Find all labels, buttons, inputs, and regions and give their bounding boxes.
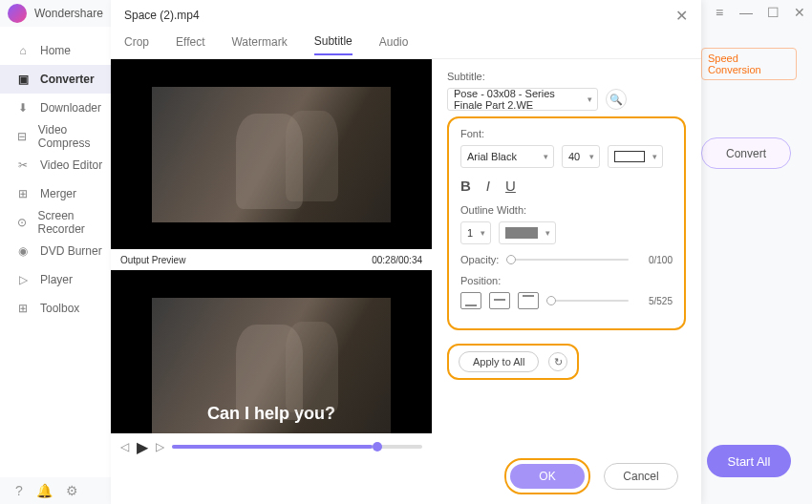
sidebar: ⌂Home ▣Converter ⬇Downloader ⊟Video Comp… <box>0 27 111 477</box>
outline-color-select[interactable] <box>499 221 556 244</box>
position-bottom-icon[interactable] <box>460 292 481 309</box>
subtitle-sample-text: Can I help you? <box>152 404 391 424</box>
dialog-tabs: Crop Effect Watermark Subtitle Audio <box>111 31 701 59</box>
player-controls: ◁ ▶ ▷ <box>111 433 432 460</box>
editor-icon: ✂ <box>15 158 31 173</box>
outline-width-select[interactable]: 1 <box>460 221 491 244</box>
outline-label: Outline Width: <box>460 204 673 216</box>
sidebar-item-label: Toolbox <box>40 302 79 315</box>
apply-all-highlight: Apply to All ↻ <box>447 344 579 380</box>
main-right-panel: Speed Conversion Convert <box>701 48 797 169</box>
position-label: Position: <box>460 275 673 286</box>
sidebar-item-merger[interactable]: ⊞Merger <box>0 179 111 208</box>
dialog-titlebar: Space (2).mp4 ✕ <box>111 0 701 31</box>
compress-icon: ⊟ <box>15 129 29 144</box>
italic-button[interactable]: I <box>486 178 490 195</box>
toolbox-icon: ⊞ <box>15 301 31 316</box>
help-icon[interactable]: ? <box>15 483 23 498</box>
preview-label: Output Preview <box>120 255 185 265</box>
convert-button[interactable]: Convert <box>701 137 791 169</box>
ok-button[interactable]: OK <box>510 464 585 489</box>
dialog-buttons: OK Cancel <box>504 458 678 494</box>
sidebar-item-label: Home <box>40 44 71 57</box>
brand-text: Wondershare <box>34 7 103 20</box>
preview-original <box>111 59 432 249</box>
sidebar-item-recorder[interactable]: ⊙Screen Recorder <box>0 208 111 237</box>
position-top-icon[interactable] <box>518 292 539 309</box>
record-icon: ⊙ <box>15 215 29 230</box>
subtitle-select[interactable]: Pose - 03x08 - Series Finale Part 2.WE <box>447 88 598 111</box>
font-size-value: 40 <box>568 151 580 162</box>
progress-thumb[interactable] <box>373 442 382 452</box>
opacity-slider-thumb[interactable] <box>506 255 516 264</box>
font-settings-highlight: Font: Arial Black 40 B I U Outline Width… <box>447 116 686 330</box>
bold-button[interactable]: B <box>460 178 471 195</box>
position-slider[interactable] <box>546 300 629 302</box>
cancel-button[interactable]: Cancel <box>604 463 678 490</box>
tab-subtitle[interactable]: Subtitle <box>314 34 353 55</box>
apply-all-button[interactable]: Apply to All <box>459 351 539 372</box>
font-color-select[interactable] <box>608 145 663 168</box>
sidebar-item-dvd[interactable]: ◉DVD Burner <box>0 237 111 265</box>
progress-bar[interactable] <box>172 445 422 449</box>
tab-effect[interactable]: Effect <box>176 35 204 54</box>
font-family-select[interactable]: Arial Black <box>460 145 554 168</box>
opacity-slider[interactable] <box>506 259 629 261</box>
tab-crop[interactable]: Crop <box>124 35 149 54</box>
sidebar-item-downloader[interactable]: ⬇Downloader <box>0 94 111 122</box>
reset-icon[interactable]: ↻ <box>548 352 567 371</box>
gear-icon[interactable]: ⚙ <box>66 483 78 498</box>
font-style-buttons: B I U <box>460 178 673 195</box>
sidebar-item-toolbox[interactable]: ⊞Toolbox <box>0 294 111 323</box>
font-label: Font: <box>460 128 673 139</box>
sidebar-item-label: Converter <box>40 73 95 86</box>
sidebar-item-home[interactable]: ⌂Home <box>0 36 111 65</box>
tab-watermark[interactable]: Watermark <box>231 35 287 54</box>
settings-panel: Subtitle: Pose - 03x08 - Series Finale P… <box>432 59 701 460</box>
tab-audio[interactable]: Audio <box>379 35 409 54</box>
underline-button[interactable]: U <box>505 178 516 195</box>
maximize-icon[interactable]: ☐ <box>766 6 780 19</box>
outline-width-value: 1 <box>467 227 473 239</box>
sidebar-item-label: Downloader <box>40 101 101 115</box>
minimize-icon[interactable]: — <box>739 6 753 19</box>
app-logo <box>8 4 27 23</box>
convert-icon: ▣ <box>15 72 31 87</box>
dialog-close-icon[interactable]: ✕ <box>675 7 688 25</box>
preview-output: Can I help you? <box>111 270 432 460</box>
subtitle-search-icon[interactable]: 🔍 <box>606 89 627 110</box>
dialog-content: Output Preview 00:28/00:34 Can I help yo… <box>111 59 701 460</box>
download-icon: ⬇ <box>15 100 31 116</box>
position-presets <box>460 292 539 309</box>
menu-icon[interactable]: ≡ <box>713 6 726 19</box>
sidebar-item-label: Video Compress <box>38 123 111 150</box>
font-color-swatch <box>614 151 645 162</box>
merger-icon: ⊞ <box>15 186 31 201</box>
progress-fill <box>172 445 373 449</box>
preview-time: 00:28/00:34 <box>372 255 422 265</box>
next-frame-icon[interactable]: ▷ <box>156 440 164 453</box>
play-button-icon[interactable]: ▶ <box>137 438 148 456</box>
sidebar-item-label: Screen Recorder <box>38 209 112 236</box>
video-thumbnail-output: Can I help you? <box>152 298 391 433</box>
ok-highlight: OK <box>504 458 590 494</box>
sidebar-item-label: Player <box>40 273 73 286</box>
position-slider-thumb[interactable] <box>546 296 556 305</box>
subtitle-label: Subtitle: <box>447 71 686 82</box>
bottom-icons: ? 🔔 ⚙ <box>0 477 111 504</box>
prev-frame-icon[interactable]: ◁ <box>120 440 129 453</box>
position-middle-icon[interactable] <box>489 292 510 309</box>
sidebar-item-compress[interactable]: ⊟Video Compress <box>0 122 111 151</box>
speed-conversion-link[interactable]: Speed Conversion <box>701 48 797 80</box>
video-thumbnail <box>152 87 391 222</box>
dialog-title: Space (2).mp4 <box>124 9 200 22</box>
sidebar-item-editor[interactable]: ✂Video Editor <box>0 151 111 179</box>
dvd-icon: ◉ <box>15 243 31 259</box>
sidebar-item-player[interactable]: ▷Player <box>0 265 111 294</box>
opacity-value: 0/100 <box>636 255 673 265</box>
start-all-button[interactable]: Start All <box>707 445 791 477</box>
bell-icon[interactable]: 🔔 <box>36 483 53 498</box>
sidebar-item-converter[interactable]: ▣Converter <box>0 65 111 94</box>
font-size-select[interactable]: 40 <box>562 145 600 168</box>
close-icon[interactable]: ✕ <box>793 6 806 19</box>
